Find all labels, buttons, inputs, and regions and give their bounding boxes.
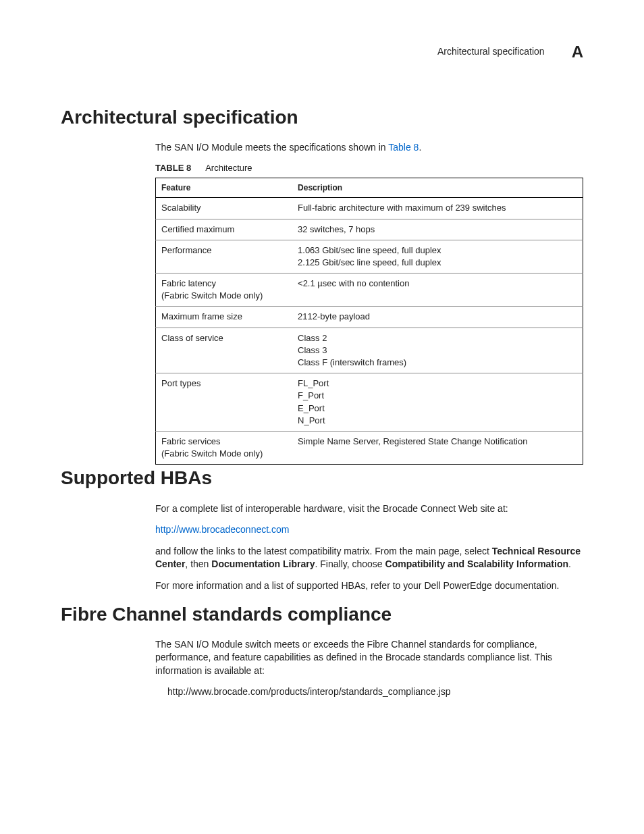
table-row: Class of serviceClass 2 Class 3 Class F …: [156, 328, 583, 373]
table-row: ScalabilityFull-fabric architecture with…: [156, 198, 583, 219]
cell-description: FL_Port F_Port E_Port N_Port: [292, 373, 583, 432]
hbas-p3: For more information and a list of suppo…: [155, 579, 583, 593]
th-feature: Feature: [156, 178, 293, 198]
running-head-title: Architectural specification: [437, 45, 545, 59]
table-row: Fabric services (Fabric Switch Mode only…: [156, 431, 583, 464]
heading-architectural-specification: Architectural specification: [61, 104, 583, 130]
cell-description: Simple Name Server, Registered State Cha…: [292, 431, 583, 464]
cell-description: 32 switches, 7 hops: [292, 219, 583, 240]
table-label: TABLE 8: [155, 163, 191, 173]
cell-feature: Fabric services (Fabric Switch Mode only…: [156, 431, 293, 464]
cell-description: 2112-byte payload: [292, 307, 583, 328]
table-title: Architecture: [205, 163, 252, 173]
arch-intro: The SAN I/O Module meets the specificati…: [155, 141, 583, 155]
cell-feature: Class of service: [156, 328, 293, 373]
appendix-letter: A: [572, 41, 583, 63]
fc-p1: The SAN I/O Module switch meets or excee…: [155, 638, 583, 678]
hbas-p1: For a complete list of interoperable har…: [155, 502, 583, 516]
cell-description: Class 2 Class 3 Class F (interswitch fra…: [292, 328, 583, 373]
table-row: Fabric latency (Fabric Switch Mode only)…: [156, 273, 583, 307]
link-table8[interactable]: Table 8: [388, 142, 419, 153]
link-brocadeconnect[interactable]: http://www.brocadeconnect.com: [155, 524, 289, 535]
fc-url: http://www.brocade.com/products/interop/…: [167, 685, 583, 699]
cell-description: 1.063 Gbit/sec line speed, full duplex 2…: [292, 240, 583, 273]
table-caption: TABLE 8 Architecture: [155, 162, 583, 174]
table-row: Certified maximum32 switches, 7 hops: [156, 219, 583, 240]
cell-feature: Certified maximum: [156, 219, 293, 240]
cell-description: <2.1 µsec with no contention: [292, 273, 583, 307]
table-row: Performance1.063 Gbit/sec line speed, fu…: [156, 240, 583, 273]
heading-supported-hbas: Supported HBAs: [61, 465, 583, 491]
cell-feature: Fabric latency (Fabric Switch Mode only): [156, 273, 293, 307]
cell-feature: Port types: [156, 373, 293, 432]
architecture-table: Feature Description ScalabilityFull-fabr…: [155, 178, 583, 465]
cell-feature: Performance: [156, 240, 293, 273]
hbas-p2: and follow the links to the latest compa…: [155, 545, 583, 571]
cell-description: Full-fabric architecture with maximum of…: [292, 198, 583, 219]
cell-feature: Maximum frame size: [156, 307, 293, 328]
th-description: Description: [292, 178, 583, 198]
table-row: Port typesFL_Port F_Port E_Port N_Port: [156, 373, 583, 432]
cell-feature: Scalability: [156, 198, 293, 219]
running-head: Architectural specification A: [61, 41, 583, 63]
heading-fc-standards: Fibre Channel standards compliance: [61, 601, 583, 627]
table-row: Maximum frame size2112-byte payload: [156, 307, 583, 328]
